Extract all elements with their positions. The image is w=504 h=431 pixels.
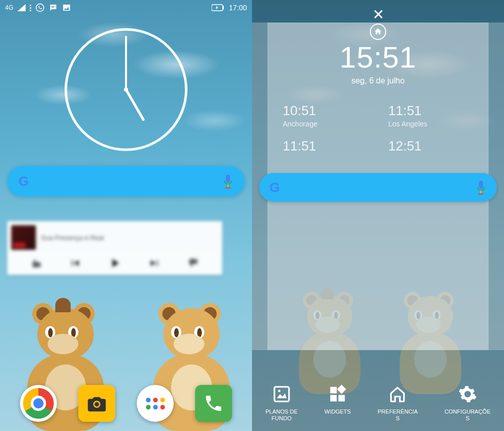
album-art bbox=[11, 225, 36, 250]
svg-rect-16 bbox=[330, 386, 337, 393]
svg-rect-2 bbox=[51, 7, 54, 8]
default-home-badge[interactable] bbox=[370, 24, 386, 40]
world-clock-time: 12:51 bbox=[388, 138, 473, 154]
home-screen-normal: 4G 17:00 G Sua Presença é Real bbox=[0, 0, 252, 431]
music-track-title: Sua Presença é Real bbox=[41, 234, 104, 242]
play-icon[interactable] bbox=[108, 256, 122, 272]
svg-point-0 bbox=[36, 4, 44, 12]
clock-widget-date: seg, 6 de julho bbox=[351, 76, 405, 85]
clock-hour-hand bbox=[125, 89, 145, 121]
image-icon bbox=[62, 3, 71, 12]
svg-rect-11 bbox=[479, 181, 483, 189]
clock-center bbox=[124, 88, 128, 92]
svg-rect-5 bbox=[223, 6, 224, 9]
wallpaper-icon bbox=[270, 383, 293, 405]
dock bbox=[0, 385, 252, 422]
clock-minute-hand bbox=[125, 36, 127, 90]
option-label: PLANOS DE FUNDO bbox=[265, 408, 298, 422]
option-label: WIDGETS bbox=[325, 408, 351, 415]
wallpapers-button[interactable]: PLANOS DE FUNDO bbox=[265, 383, 298, 422]
status-time: 17:00 bbox=[229, 4, 247, 12]
world-clock-item: 11:51 bbox=[283, 138, 368, 155]
edit-options-row: PLANOS DE FUNDO WIDGETS PREFERÊNCIA S CO… bbox=[252, 383, 504, 422]
chrome-app-icon[interactable] bbox=[20, 385, 57, 422]
prev-icon[interactable] bbox=[69, 257, 81, 271]
world-clock-item: 12:51 bbox=[388, 138, 473, 155]
svg-rect-17 bbox=[330, 395, 337, 401]
voice-search-icon[interactable] bbox=[475, 180, 487, 195]
svg-rect-14 bbox=[274, 386, 289, 401]
battery-icon bbox=[212, 4, 225, 11]
settings-icon bbox=[456, 383, 479, 405]
whatsapp-icon bbox=[35, 3, 45, 12]
google-search-bar[interactable]: G bbox=[259, 173, 497, 202]
app-drawer-icon[interactable] bbox=[137, 385, 174, 422]
world-clock-time: 11:51 bbox=[388, 103, 473, 119]
google-g-icon: G bbox=[18, 174, 29, 189]
camera-app-icon[interactable] bbox=[78, 385, 115, 422]
clock-widget-time: 15:51 bbox=[340, 40, 416, 74]
analog-clock-widget[interactable] bbox=[65, 28, 187, 151]
svg-point-10 bbox=[95, 402, 99, 406]
svg-rect-18 bbox=[339, 395, 345, 401]
voice-search-icon[interactable] bbox=[222, 174, 234, 189]
widgets-button[interactable]: WIDGETS bbox=[325, 383, 351, 422]
svg-rect-1 bbox=[51, 6, 55, 7]
option-label: CONFIGURAÇÕE S bbox=[445, 408, 491, 422]
close-icon[interactable]: ✕ bbox=[372, 6, 384, 23]
status-right: 17:00 bbox=[212, 4, 247, 12]
svg-rect-7 bbox=[227, 184, 228, 187]
svg-rect-19 bbox=[337, 384, 346, 394]
option-label: PREFERÊNCIA S bbox=[377, 408, 417, 422]
world-clock-time: 10:51 bbox=[283, 103, 368, 119]
home-pref-icon bbox=[386, 383, 409, 405]
google-search-bar[interactable]: G bbox=[7, 166, 245, 197]
world-clock-time: 11:51 bbox=[283, 138, 368, 154]
world-clocks-grid: 10:51 Anchorage 11:51 Los Angeles 11:51 … bbox=[267, 103, 489, 155]
google-g-icon: G bbox=[269, 180, 280, 196]
next-icon[interactable] bbox=[149, 257, 161, 271]
home-screen-edit-mode: ✕ 15:51 seg, 6 de julho 10:51 Anchorage … bbox=[252, 0, 504, 431]
widgets-icon bbox=[326, 383, 349, 405]
signal-icon bbox=[17, 4, 26, 11]
svg-rect-12 bbox=[480, 190, 481, 193]
world-clock-city: Los Angeles bbox=[388, 120, 473, 128]
preferences-button[interactable]: PREFERÊNCIA S bbox=[377, 383, 417, 422]
dots-icon bbox=[30, 5, 31, 11]
thumbs-up-icon[interactable] bbox=[187, 257, 199, 271]
world-clock-city: Anchorage bbox=[283, 120, 368, 128]
svg-point-15 bbox=[278, 390, 281, 392]
svg-rect-6 bbox=[226, 175, 230, 183]
svg-rect-13 bbox=[478, 193, 484, 195]
settings-button[interactable]: CONFIGURAÇÕE S bbox=[445, 383, 491, 422]
status-left: 4G bbox=[5, 3, 71, 12]
world-clock-item: 11:51 Los Angeles bbox=[388, 103, 473, 128]
music-widget[interactable]: Sua Presença é Real bbox=[7, 221, 222, 275]
svg-rect-8 bbox=[225, 187, 230, 188]
thumbs-down-icon[interactable] bbox=[31, 257, 42, 271]
status-bar[interactable]: 4G 17:00 bbox=[0, 0, 252, 15]
chat-icon bbox=[49, 3, 58, 12]
world-clock-item: 10:51 Anchorage bbox=[283, 103, 368, 128]
network-label: 4G bbox=[5, 4, 13, 11]
phone-app-icon[interactable] bbox=[195, 385, 232, 422]
